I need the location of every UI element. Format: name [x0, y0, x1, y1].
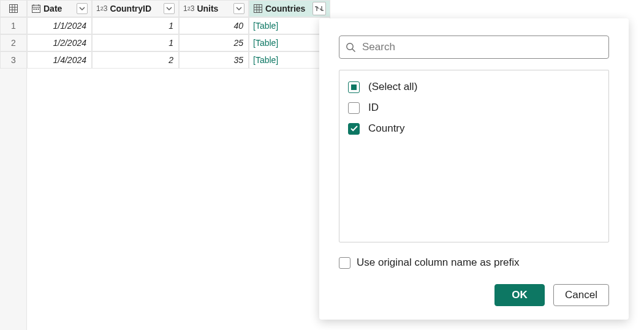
number-type-icon: 123 [183, 4, 194, 13]
grid-corner[interactable] [0, 0, 27, 17]
column-label: CountryID [110, 4, 161, 13]
column-header-units[interactable]: 123 Units [179, 0, 249, 17]
column-label: Countries [265, 4, 310, 13]
option-id[interactable]: ID [348, 97, 600, 118]
chevron-down-icon [166, 6, 172, 12]
option-label: ID [368, 102, 379, 114]
cell-countries[interactable]: [Table] [249, 34, 330, 51]
cell-units[interactable]: 35 [179, 51, 249, 69]
row-number[interactable]: 1 [0, 17, 27, 34]
column-header-countries[interactable]: Countries [249, 0, 330, 17]
cancel-button[interactable]: Cancel [553, 284, 609, 306]
calendar-icon [31, 4, 41, 13]
column-filter-button[interactable] [77, 3, 88, 14]
checkmark-icon [350, 126, 358, 132]
svg-rect-12 [254, 5, 262, 13]
option-label: (Select all) [368, 81, 417, 93]
option-label: Country [368, 122, 405, 135]
column-filter-button[interactable] [233, 3, 244, 14]
row-number[interactable]: 2 [0, 34, 27, 51]
table-icon [9, 4, 18, 13]
column-label: Date [44, 4, 74, 13]
expand-icon [314, 4, 324, 13]
checkbox-unchecked[interactable] [339, 257, 350, 269]
option-country[interactable]: Country [348, 118, 600, 139]
table-icon [253, 4, 263, 13]
svg-rect-10 [36, 9, 37, 10]
cell-units[interactable]: 40 [179, 17, 249, 34]
ok-button[interactable]: OK [494, 284, 545, 306]
cell-countries[interactable]: [Table] [249, 51, 330, 69]
search-input[interactable] [361, 40, 602, 54]
column-label: Units [197, 4, 231, 13]
select-all-option[interactable]: (Select all) [348, 77, 600, 97]
column-header-countryid[interactable]: 123 CountryID [92, 0, 179, 17]
column-header-date[interactable]: Date [27, 0, 92, 17]
checkbox-unchecked[interactable] [348, 102, 360, 114]
svg-rect-9 [34, 9, 35, 10]
checkbox-indeterminate[interactable] [348, 81, 360, 93]
chevron-down-icon [79, 6, 85, 12]
cell-countryid[interactable]: 1 [92, 17, 179, 34]
chevron-down-icon [236, 6, 242, 12]
svg-rect-11 [38, 9, 39, 10]
svg-rect-0 [10, 5, 18, 13]
column-select-list: (Select all) ID Country [339, 70, 609, 242]
cell-countries[interactable]: [Table] [249, 17, 330, 34]
checkbox-checked[interactable] [348, 123, 360, 135]
svg-line-18 [352, 49, 355, 52]
popup-buttons: OK Cancel [339, 284, 609, 306]
cell-countryid[interactable]: 1 [92, 34, 179, 51]
cell-date[interactable]: 1/1/2024 [27, 17, 92, 34]
cell-date[interactable]: 1/2/2024 [27, 34, 92, 51]
row-number[interactable]: 3 [0, 51, 27, 69]
cell-date[interactable]: 1/4/2024 [27, 51, 92, 69]
cell-countryid[interactable]: 2 [92, 51, 179, 69]
prefix-label: Use original column name as prefix [357, 257, 520, 269]
number-type-icon: 123 [96, 4, 107, 13]
prefix-option[interactable]: Use original column name as prefix [339, 255, 609, 271]
expand-column-popup: (Select all) ID Country Use original col… [319, 18, 629, 320]
svg-point-17 [347, 43, 353, 49]
cell-units[interactable]: 25 [179, 34, 249, 51]
search-icon [346, 42, 356, 53]
search-box[interactable] [339, 36, 609, 59]
expand-column-button[interactable] [313, 2, 326, 15]
column-filter-button[interactable] [164, 3, 175, 14]
